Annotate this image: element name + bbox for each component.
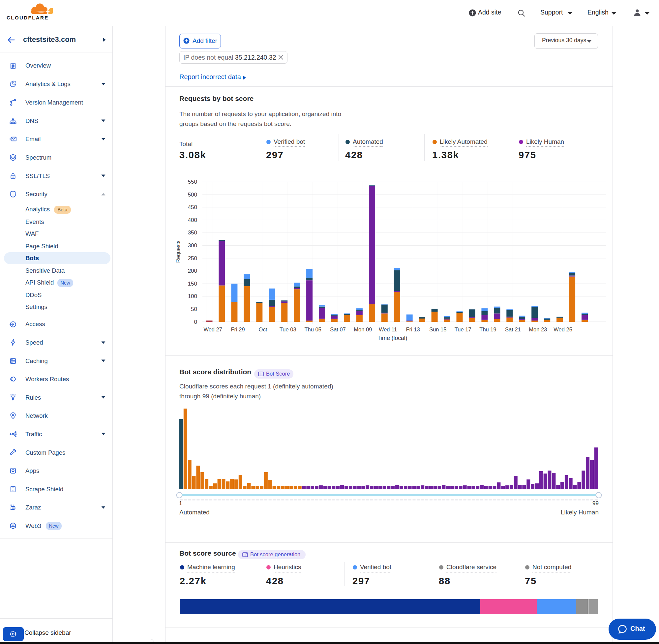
- svg-text:Sun 15: Sun 15: [429, 326, 446, 332]
- svg-text:Sat 21: Sat 21: [505, 326, 521, 332]
- svg-text:250: 250: [188, 255, 197, 261]
- svg-text:500: 500: [188, 191, 197, 198]
- svg-text:Mon 09: Mon 09: [354, 326, 372, 332]
- svg-text:50: 50: [191, 306, 197, 312]
- svg-text:Tue 17: Tue 17: [455, 326, 471, 332]
- svg-text:0: 0: [194, 319, 197, 325]
- svg-text:Requests: Requests: [175, 240, 181, 263]
- svg-text:Oct: Oct: [259, 326, 267, 332]
- svg-text:Fri 29: Fri 29: [231, 326, 244, 332]
- svg-text:Thu 19: Thu 19: [479, 326, 496, 332]
- svg-text:Fri 13: Fri 13: [406, 326, 420, 332]
- svg-text:Time (local): Time (local): [377, 335, 407, 341]
- svg-text:300: 300: [188, 243, 197, 249]
- svg-text:Thu 05: Thu 05: [304, 326, 321, 332]
- svg-text:550: 550: [188, 179, 197, 185]
- svg-text:350: 350: [188, 230, 197, 236]
- svg-text:Mon 23: Mon 23: [529, 326, 547, 332]
- svg-text:Tue 03: Tue 03: [280, 326, 297, 332]
- svg-text:400: 400: [188, 217, 197, 223]
- svg-text:Wed 11: Wed 11: [379, 326, 397, 332]
- svg-text:450: 450: [188, 204, 197, 210]
- svg-text:Sat 07: Sat 07: [330, 326, 346, 332]
- svg-text:200: 200: [188, 268, 197, 274]
- svg-text:Wed 25: Wed 25: [554, 326, 572, 332]
- svg-text:100: 100: [188, 293, 197, 299]
- svg-text:Wed 27: Wed 27: [204, 326, 222, 332]
- svg-text:150: 150: [188, 281, 197, 287]
